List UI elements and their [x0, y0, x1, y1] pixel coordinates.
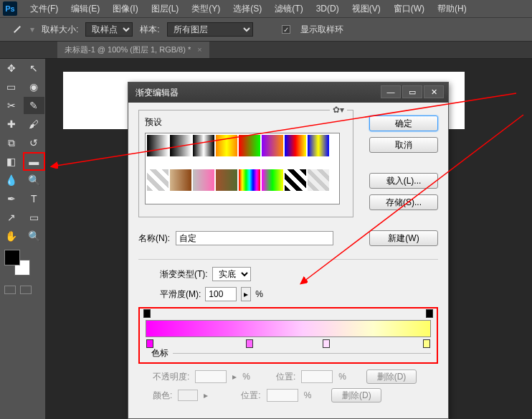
- close-tab-icon[interactable]: ×: [197, 45, 201, 54]
- menu-type[interactable]: 类型(Y): [186, 1, 226, 17]
- preset-swatch[interactable]: [262, 135, 283, 156]
- dodge-tool[interactable]: 🔍: [24, 171, 45, 189]
- text-tool[interactable]: T: [24, 190, 45, 207]
- preset-swatch[interactable]: [170, 169, 191, 191]
- opacity-stop-right[interactable]: [426, 309, 433, 318]
- opacity-stop-left[interactable]: [143, 309, 151, 318]
- hand-tool[interactable]: ✋: [1, 227, 22, 245]
- position-input-2[interactable]: [267, 389, 298, 402]
- sample-select[interactable]: 所有图层: [167, 22, 253, 37]
- preset-swatch[interactable]: [262, 169, 283, 191]
- tab-title: 未标题-1 @ 100% (图层 1, RGB/8) *: [65, 45, 191, 54]
- preset-swatch[interactable]: [216, 135, 237, 156]
- new-button[interactable]: 新建(W): [369, 230, 438, 246]
- sample-label: 样本:: [140, 24, 159, 36]
- delete-opacity-button[interactable]: 删除(D): [366, 369, 417, 384]
- menu-image[interactable]: 图像(I): [107, 1, 143, 17]
- eraser-tool[interactable]: ◧: [1, 153, 22, 170]
- sample-size-select[interactable]: 取样点: [85, 22, 133, 37]
- select-tool[interactable]: ↖: [24, 60, 45, 77]
- blur-tool[interactable]: 💧: [1, 171, 22, 189]
- color-swatch[interactable]: [178, 390, 198, 401]
- opacity-label: 不透明度:: [153, 371, 189, 383]
- preset-swatch[interactable]: [193, 169, 214, 191]
- menu-view[interactable]: 视图(V): [346, 1, 386, 17]
- save-button[interactable]: 存储(S)...: [369, 194, 438, 210]
- lasso-tool[interactable]: ◉: [24, 78, 45, 95]
- smooth-unit: %: [255, 289, 263, 299]
- preset-swatch[interactable]: [239, 135, 260, 156]
- eyedropper-icon: [11, 24, 23, 35]
- name-input[interactable]: [176, 231, 333, 245]
- load-button[interactable]: 载入(L)...: [369, 173, 438, 189]
- smooth-stepper-icon[interactable]: ▸: [241, 287, 251, 301]
- preset-swatch[interactable]: [170, 135, 191, 156]
- color-stop-1[interactable]: [146, 339, 153, 348]
- app-logo: Ps: [3, 1, 17, 16]
- move-tool[interactable]: ✥: [1, 60, 22, 77]
- gradient-editor-dialog: 渐变编辑器 — ▭ ✕ 预设 ✿▾ 确定 取消 载入(L)... 存储(S)..…: [128, 82, 449, 419]
- preset-swatch[interactable]: [308, 169, 329, 191]
- crop-tool[interactable]: ✂: [1, 97, 22, 114]
- ok-button[interactable]: 确定: [369, 116, 438, 131]
- preset-swatch[interactable]: [216, 169, 237, 191]
- show-ring-checkbox[interactable]: ✓: [282, 25, 290, 34]
- maximize-button[interactable]: ▭: [402, 85, 422, 98]
- name-label: 名称(N):: [138, 232, 170, 245]
- preset-swatch[interactable]: [239, 169, 260, 191]
- document-tabs: 未标题-1 @ 100% (图层 1, RGB/8) * ×: [0, 42, 532, 59]
- gradient-edit-area: 色标: [138, 307, 438, 364]
- shape-tool[interactable]: ▭: [24, 209, 45, 226]
- sample-size-label: 取样大小:: [42, 24, 78, 36]
- stamp-tool[interactable]: ⧉: [1, 134, 22, 151]
- heal-tool[interactable]: ✚: [1, 116, 22, 133]
- preset-swatch[interactable]: [285, 169, 306, 191]
- smooth-input[interactable]: [205, 287, 237, 301]
- delete-color-button[interactable]: 删除(D): [331, 388, 381, 402]
- history-brush-tool[interactable]: ↺: [24, 134, 45, 151]
- opacity-input[interactable]: [195, 370, 227, 383]
- path-tool[interactable]: ↗: [1, 209, 22, 226]
- preset-swatch[interactable]: [147, 169, 168, 191]
- presets-label: 预设: [145, 117, 162, 127]
- cancel-button[interactable]: 取消: [369, 137, 438, 153]
- color-stop-4[interactable]: [423, 339, 430, 348]
- menu-filter[interactable]: 滤镜(T): [269, 1, 308, 17]
- preset-swatch[interactable]: [147, 135, 168, 156]
- color-label: 颜色:: [153, 390, 172, 402]
- dialog-title: 渐变编辑器: [136, 87, 179, 99]
- smooth-label: 平滑度(M):: [160, 288, 201, 301]
- eyedropper-tool[interactable]: ✎: [24, 97, 45, 114]
- menu-select[interactable]: 选择(S): [227, 1, 267, 17]
- preset-swatch[interactable]: [285, 135, 306, 156]
- menu-bar: Ps 文件(F) 编辑(E) 图像(I) 图层(L) 类型(Y) 选择(S) 滤…: [0, 0, 532, 17]
- color-stop-3[interactable]: [323, 339, 330, 348]
- preset-swatch[interactable]: [193, 135, 214, 156]
- presets-menu-icon[interactable]: ✿▾: [330, 105, 347, 115]
- menu-help[interactable]: 帮助(H): [432, 1, 472, 17]
- menu-edit[interactable]: 编辑(E): [65, 1, 105, 17]
- quickmask-icon[interactable]: [4, 286, 16, 294]
- menu-3d[interactable]: 3D(D): [310, 1, 345, 16]
- gradient-tool[interactable]: ▬: [24, 153, 45, 170]
- document-tab[interactable]: 未标题-1 @ 100% (图层 1, RGB/8) * ×: [57, 42, 209, 58]
- minimize-button[interactable]: —: [381, 85, 401, 98]
- menu-file[interactable]: 文件(F): [24, 1, 64, 17]
- color-swatches[interactable]: [4, 250, 33, 278]
- type-select[interactable]: 实底: [212, 267, 251, 281]
- stops-label: 色标: [151, 347, 168, 359]
- marquee-tool[interactable]: ▭: [1, 78, 22, 95]
- color-stop-2[interactable]: [246, 339, 253, 348]
- close-button[interactable]: ✕: [424, 85, 444, 98]
- show-ring-label: 显示取样环: [300, 24, 343, 36]
- gradient-bar[interactable]: [146, 320, 431, 337]
- pen-tool[interactable]: ✒: [1, 190, 22, 207]
- position-input-1[interactable]: [301, 370, 333, 383]
- preset-swatch[interactable]: [308, 135, 329, 156]
- zoom-tool[interactable]: 🔍: [24, 227, 45, 245]
- dialog-titlebar[interactable]: 渐变编辑器 — ▭ ✕: [128, 83, 448, 103]
- menu-window[interactable]: 窗口(W): [388, 1, 430, 17]
- brush-tool[interactable]: 🖌: [24, 116, 45, 133]
- menu-layer[interactable]: 图层(L): [146, 1, 185, 17]
- screenmode-icon[interactable]: [20, 286, 32, 294]
